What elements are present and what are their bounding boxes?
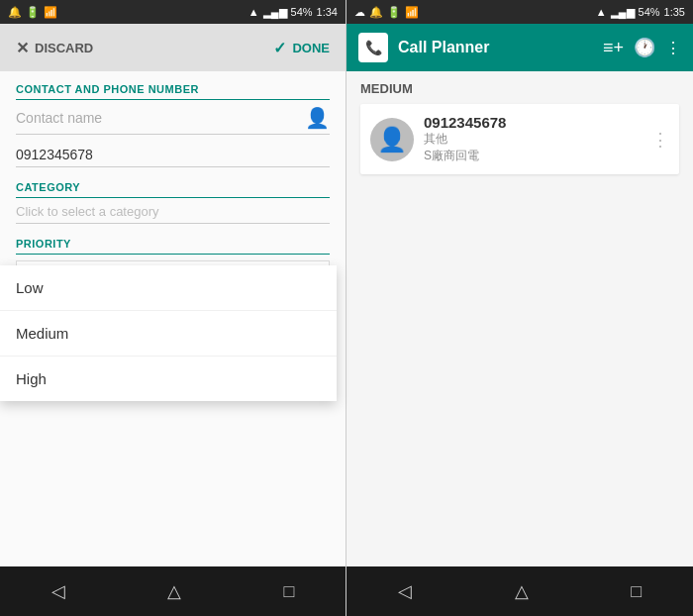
done-button[interactable]: ✓ DONE <box>273 39 330 57</box>
dropdown-item-high[interactable]: High <box>0 357 337 401</box>
status-bar-left: 🔔 🔋 📶 ▲ ▂▄▆ 54% 1:34 <box>0 0 346 24</box>
recent-button-left[interactable]: □ <box>283 581 294 602</box>
call-number: 0912345678 <box>424 114 642 131</box>
toolbar-right: 📞 Call Planner ≡+ 🕐 ⋮ <box>346 24 693 71</box>
battery-icon-right: 🔋 <box>387 6 401 19</box>
avatar: 👤 <box>370 118 414 161</box>
battery-percent-left: 54% <box>291 6 313 18</box>
app-title: Call Planner <box>398 39 593 56</box>
cloud-icon: ☁ <box>354 6 365 19</box>
done-label: DONE <box>292 41 330 55</box>
call-sublabel: S廠商回電 <box>424 148 642 164</box>
battery-icon: 🔋 <box>26 6 40 19</box>
wifi-icon-right: ▲ <box>596 6 607 18</box>
battery-percent-right: 54% <box>639 6 660 18</box>
status-bar-right-left-icons: ☁ 🔔 🔋 📶 <box>354 6 419 19</box>
status-bar-right-info: ▲ ▂▄▆ 54% 1:35 <box>596 6 685 19</box>
phone-number-value: 0912345678 <box>16 147 330 167</box>
left-panel: 🔔 🔋 📶 ▲ ▂▄▆ 54% 1:34 ✕ DISCARD ✓ DONE CO… <box>0 0 346 616</box>
right-content: MEDIUM 👤 0912345678 其他 S廠商回電 ⋮ <box>346 71 693 566</box>
close-icon: ✕ <box>16 39 29 57</box>
priority-dropdown-menu: Low Medium High <box>0 265 337 401</box>
person-icon: 👤 <box>305 106 330 130</box>
back-button-right[interactable]: ◁ <box>398 580 412 602</box>
right-panel: ☁ 🔔 🔋 📶 ▲ ▂▄▆ 54% 1:35 📞 Call Planner ≡+… <box>346 0 693 616</box>
status-bar-right-left: ▲ ▂▄▆ 54% 1:34 <box>248 6 338 19</box>
signal-icon-right: 📶 <box>405 6 419 19</box>
back-button-left[interactable]: ◁ <box>51 580 65 602</box>
category-placeholder[interactable]: Click to select a category <box>16 204 330 224</box>
time-left: 1:34 <box>317 6 338 18</box>
signal-icon: 📶 <box>44 6 57 19</box>
bottom-nav-right: ◁ △ □ <box>346 566 693 616</box>
contact-section-label: CONTACT AND PHONE NUMBER <box>16 83 330 100</box>
bottom-nav-left: ◁ △ □ <box>0 566 346 616</box>
status-bar-left-icons: 🔔 🔋 📶 <box>8 6 57 19</box>
home-button-left[interactable]: △ <box>167 580 181 602</box>
priority-section-label: PRIORITY <box>16 238 330 255</box>
toolbar-left: ✕ DISCARD ✓ DONE <box>0 24 346 71</box>
status-bar-right: ☁ 🔔 🔋 📶 ▲ ▂▄▆ 54% 1:35 <box>346 0 693 24</box>
wifi-icon-left: ▲ <box>248 6 259 18</box>
alarm-icon: 🔔 <box>8 6 22 19</box>
call-info: 0912345678 其他 S廠商回電 <box>424 114 642 164</box>
discard-label: DISCARD <box>35 41 93 55</box>
recent-button-right[interactable]: □ <box>631 581 642 602</box>
dropdown-item-medium[interactable]: Medium <box>0 311 337 357</box>
priority-badge: MEDIUM <box>360 81 679 96</box>
app-icon: 📞 <box>358 33 388 62</box>
signal-bars-left: ▂▄▆ <box>263 6 287 19</box>
contact-name-row: 👤 <box>16 106 330 135</box>
signal-bars-right: ▂▄▆ <box>611 6 635 19</box>
time-right: 1:35 <box>664 6 685 18</box>
category-section-label: CATEGORY <box>16 181 330 198</box>
call-overflow-menu-icon[interactable]: ⋮ <box>651 129 669 151</box>
call-label: 其他 <box>424 131 642 148</box>
alarm-icon-right: 🔔 <box>369 6 383 19</box>
avatar-icon: 👤 <box>377 126 407 154</box>
phone-icon: 📞 <box>365 40 382 55</box>
discard-button[interactable]: ✕ DISCARD <box>16 39 93 57</box>
check-icon: ✓ <box>273 39 286 57</box>
overflow-menu-icon[interactable]: ⋮ <box>665 39 681 57</box>
contact-name-input[interactable] <box>16 110 305 126</box>
add-schedule-icon[interactable]: ≡+ <box>603 38 624 58</box>
history-icon[interactable]: 🕐 <box>634 37 655 58</box>
home-button-right[interactable]: △ <box>515 580 529 602</box>
dropdown-item-low[interactable]: Low <box>0 265 337 311</box>
call-card: 👤 0912345678 其他 S廠商回電 ⋮ <box>360 104 679 174</box>
